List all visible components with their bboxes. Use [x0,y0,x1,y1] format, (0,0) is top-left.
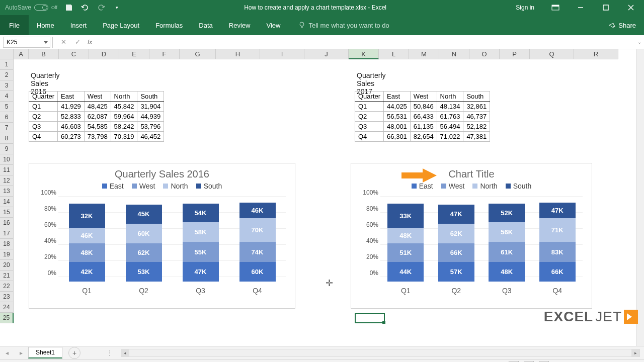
select-all-button[interactable] [0,49,14,59]
svg-rect-3 [603,5,608,10]
row-headers[interactable]: 1234567891011121314151617181920212223242… [0,59,14,323]
chart-2017[interactable]: Chart Title EastWestNorthSouth 100%80%60… [351,163,592,309]
arrow-annotation-icon [401,167,437,184]
ribbon-tabs: File Home Insert Page Layout Formulas Da… [0,15,644,35]
save-icon[interactable] [64,3,73,12]
tab-file[interactable]: File [0,15,29,35]
undo-icon[interactable] [80,3,90,12]
worksheet-grid[interactable]: ABCDEFGHIJKLMNOPQR 123456789101112131415… [0,49,644,346]
sign-in-link[interactable]: Sign in [509,4,541,11]
chart-plot-area: 100%80%60%40%20%0%44K51K48K33K57K66K62K4… [380,193,583,289]
status-bar: Ready − + 100% [0,359,644,362]
tab-data[interactable]: Data [191,17,220,34]
tab-formulas[interactable]: Formulas [147,17,191,34]
chart-legend: EastWestNorthSouth [351,182,592,193]
svg-rect-1 [552,5,559,7]
active-cell-cursor [355,313,385,323]
formula-input[interactable] [95,37,635,48]
lightbulb-icon [298,22,305,29]
sheet-tab[interactable]: Sheet1 [28,347,62,358]
sheet-tab-bar: ◂ ▸ Sheet1 + ⋮ ◂▸ [0,346,644,359]
chart-2016[interactable]: Quarterly Sales 2016 EastWestNorthSouth … [29,163,295,309]
title-bar: AutoSave Off ▾ How to create and apply a… [0,0,644,15]
logo-icon [624,310,638,324]
maximize-icon[interactable] [595,0,617,15]
cancel-formula-icon[interactable]: ✕ [56,38,70,46]
chart-legend: EastWestNorthSouth [29,182,295,193]
qat-dropdown-icon[interactable]: ▾ [113,3,122,12]
chart-title: Quarterly Sales 2016 [29,163,295,182]
tell-me-search[interactable]: Tell me what you want to do [288,22,389,29]
table-2016[interactable]: QuarterEastWestNorthSouthQ141,92948,4254… [29,91,164,142]
chart-title[interactable]: Chart Title [351,163,592,182]
table-2017[interactable]: QuarterEastWestNorthSouthQ144,02550,8464… [355,91,490,142]
close-icon[interactable] [620,0,642,15]
tab-home[interactable]: Home [29,17,62,34]
new-sheet-button[interactable]: + [68,347,80,359]
minimize-icon[interactable] [570,0,592,15]
column-headers[interactable]: ABCDEFGHIJKLMNOPQR [14,49,618,59]
enter-formula-icon[interactable]: ✓ [70,38,85,46]
horizontal-scrollbar[interactable]: ◂▸ [121,349,640,357]
share-button[interactable]: Share [608,22,644,29]
sheet-nav-prev-icon[interactable]: ◂ [0,349,14,356]
share-icon [608,22,615,29]
sheet-nav-next-icon[interactable]: ▸ [14,349,28,356]
name-box[interactable]: K25 [3,37,50,48]
vertical-scrollbar[interactable] [636,49,644,346]
formula-bar: K25 ✕ ✓ fx ⌄ [0,35,644,49]
exceljet-logo: EXCELJET [544,309,638,325]
tab-page-layout[interactable]: Page Layout [95,17,147,34]
window-title: How to create and apply a chart template… [122,4,509,11]
chart-plot-area: 100%80%60%40%20%0%42K48K46K32K53K62K60K4… [58,193,286,289]
tab-review[interactable]: Review [221,17,259,34]
cell-cursor-icon: ✛ [326,278,333,289]
fx-icon[interactable]: fx [85,39,95,46]
ribbon-options-icon[interactable] [544,0,567,15]
svg-point-4 [300,22,304,26]
expand-formula-icon[interactable]: ⌄ [635,39,644,45]
autosave-toggle[interactable]: AutoSave Off [5,4,57,11]
tab-view[interactable]: View [258,17,288,34]
tab-insert[interactable]: Insert [62,17,95,34]
redo-icon[interactable] [97,3,106,12]
